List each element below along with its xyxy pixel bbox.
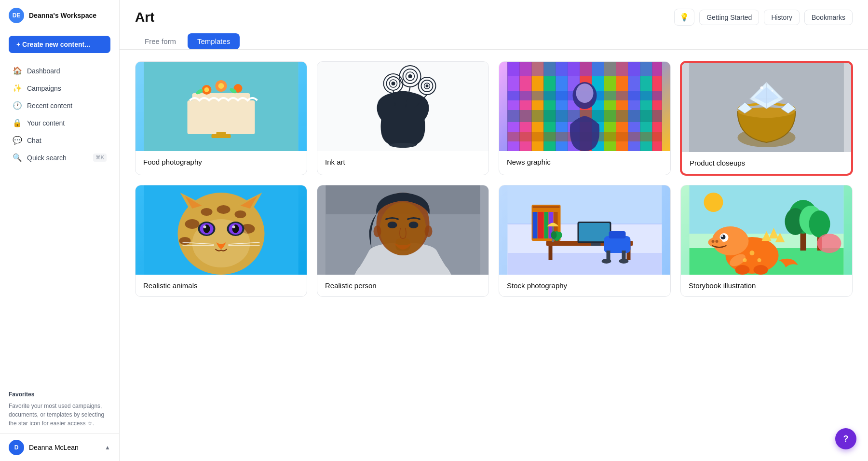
- getting-started-button[interactable]: Getting Started: [699, 10, 759, 25]
- templates-content: Food photography: [120, 50, 868, 461]
- sidebar: DE Deanna's Workspace + Create new conte…: [0, 0, 120, 461]
- svg-point-146: [721, 235, 723, 237]
- svg-rect-102: [508, 253, 662, 275]
- template-card-realistic-person[interactable]: Realistic person: [317, 185, 489, 297]
- bookmarks-button[interactable]: Bookmarks: [804, 10, 853, 25]
- svg-point-126: [551, 231, 557, 239]
- workspace-name: Deanna's Workspace: [29, 12, 96, 19]
- template-card-realistic-animals[interactable]: Realistic animals: [135, 185, 307, 297]
- svg-point-70: [235, 210, 246, 218]
- sidebar-item-dashboard-label: Dashboard: [27, 67, 107, 75]
- stock-photography-label: Stock photography: [499, 275, 670, 296]
- svg-point-148: [712, 240, 715, 243]
- tab-templates[interactable]: Templates: [188, 33, 240, 49]
- svg-point-152: [758, 258, 761, 262]
- svg-rect-46: [508, 62, 662, 76]
- main-content: Art 💡 Getting Started History Bookmarks …: [120, 0, 868, 461]
- svg-point-127: [557, 232, 562, 238]
- svg-point-121: [602, 259, 611, 264]
- sidebar-item-campaigns-label: Campaigns: [27, 84, 107, 92]
- template-card-product-closeups[interactable]: Product closeups: [680, 61, 853, 175]
- svg-point-19: [392, 82, 395, 85]
- sidebar-item-recent-content-label: Recent content: [27, 102, 107, 110]
- favorites-title: Favorites: [9, 391, 110, 398]
- svg-point-68: [201, 208, 213, 216]
- svg-point-99: [425, 225, 433, 237]
- svg-point-69: [217, 205, 231, 214]
- svg-rect-2: [188, 110, 255, 134]
- realistic-animals-image: [136, 185, 307, 275]
- favorites-description: Favorite your most used campaigns, docum…: [9, 402, 110, 428]
- svg-point-149: [716, 240, 719, 243]
- svg-rect-119: [607, 251, 610, 260]
- ink-art-image: [317, 62, 488, 151]
- sidebar-item-campaigns[interactable]: ✨ Campaigns: [4, 80, 115, 97]
- realistic-person-label: Realistic person: [317, 275, 488, 296]
- create-new-content-button[interactable]: + Create new content...: [9, 36, 110, 53]
- svg-point-151: [750, 251, 755, 255]
- food-photography-label: Food photography: [136, 151, 307, 173]
- food-photography-image: [136, 62, 307, 151]
- svg-point-98: [374, 225, 381, 237]
- product-closeups-image: [682, 63, 851, 152]
- stock-photography-image: [499, 185, 670, 275]
- your-content-icon: 🔒: [13, 118, 22, 127]
- svg-rect-116: [591, 243, 601, 246]
- svg-point-8: [218, 83, 224, 89]
- svg-rect-111: [544, 212, 548, 238]
- svg-rect-13: [217, 132, 226, 136]
- template-card-ink-art[interactable]: Ink art: [317, 61, 489, 175]
- lightbulb-button[interactable]: 💡: [674, 9, 694, 26]
- sidebar-item-your-content[interactable]: 🔒 Your content: [4, 114, 115, 131]
- svg-point-153: [743, 258, 747, 262]
- user-avatar: D: [9, 440, 24, 455]
- svg-point-31: [390, 143, 417, 148]
- campaigns-icon: ✨: [13, 84, 22, 93]
- sidebar-footer[interactable]: D Deanna McLean ▲: [0, 433, 119, 461]
- svg-rect-108: [533, 206, 560, 208]
- workspace-header[interactable]: DE Deanna's Workspace: [0, 0, 119, 31]
- svg-point-81: [232, 225, 235, 228]
- svg-point-96: [388, 222, 397, 228]
- svg-point-61: [772, 90, 773, 92]
- svg-point-147: [708, 237, 723, 247]
- template-card-stock-photography[interactable]: Stock photography: [499, 185, 671, 297]
- sidebar-item-quick-search[interactable]: 🔍 Quick search ⌘K: [4, 149, 115, 166]
- realistic-person-image: [317, 185, 488, 275]
- header-actions: 💡 Getting Started History Bookmarks: [674, 9, 853, 26]
- sidebar-item-your-content-label: Your content: [27, 119, 107, 127]
- tabs-bar: Free form Templates: [120, 26, 868, 50]
- svg-point-80: [203, 225, 206, 228]
- sidebar-item-chat[interactable]: 💬 Chat: [4, 132, 115, 149]
- favorites-section: Favorites Favorite your most used campai…: [0, 385, 119, 433]
- svg-rect-117: [604, 236, 631, 253]
- sidebar-item-quick-search-label: Quick search: [27, 154, 88, 162]
- svg-rect-109: [533, 212, 538, 238]
- workspace-avatar: DE: [9, 8, 24, 23]
- svg-point-60: [760, 86, 763, 89]
- product-closeups-label: Product closeups: [682, 152, 851, 174]
- help-button[interactable]: ?: [835, 428, 856, 449]
- svg-point-51: [576, 84, 594, 103]
- svg-point-145: [721, 235, 726, 239]
- history-button[interactable]: History: [764, 10, 800, 25]
- page-header: Art 💡 Getting Started History Bookmarks: [120, 0, 868, 26]
- template-card-food-photography[interactable]: Food photography: [135, 61, 307, 175]
- storybook-illustration-label: Storybook illustration: [681, 275, 852, 296]
- recent-content-icon: 🕐: [13, 101, 22, 110]
- template-card-storybook-illustration[interactable]: Storybook illustration: [680, 185, 853, 297]
- svg-point-67: [185, 219, 200, 229]
- footer-user-name: Deanna McLean: [29, 444, 100, 451]
- sidebar-item-dashboard[interactable]: 🏠 Dashboard: [4, 62, 115, 79]
- page-title: Art: [135, 10, 154, 25]
- tab-free-form[interactable]: Free form: [135, 33, 186, 49]
- svg-point-122: [619, 259, 629, 264]
- template-card-news-graphic[interactable]: News graphic: [499, 61, 671, 175]
- svg-point-138: [817, 234, 841, 253]
- svg-point-155: [754, 265, 768, 275]
- chevron-up-icon: ▲: [105, 444, 110, 451]
- svg-point-154: [735, 265, 750, 275]
- search-icon: 🔍: [13, 153, 22, 162]
- svg-rect-110: [538, 212, 544, 238]
- sidebar-item-recent-content[interactable]: 🕐 Recent content: [4, 97, 115, 114]
